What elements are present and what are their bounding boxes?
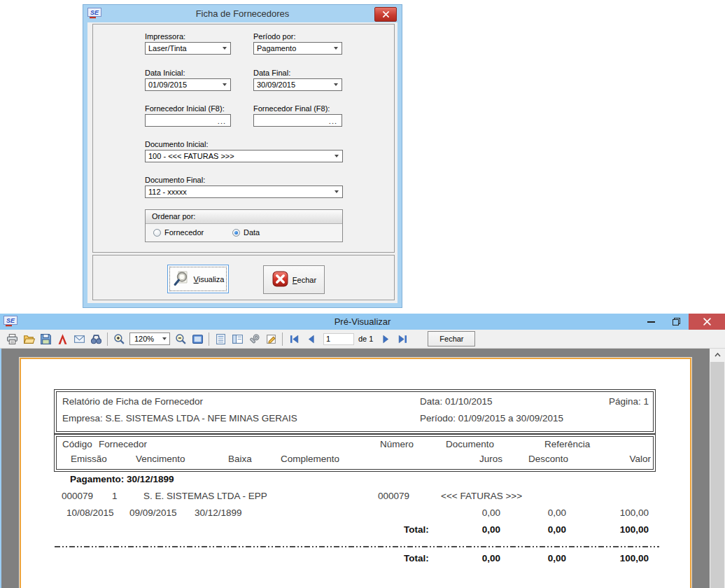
- dialog-titlebar[interactable]: SE Ficha de Fornecedores: [83, 5, 402, 22]
- fit-width-icon[interactable]: [189, 331, 206, 346]
- print-icon[interactable]: [3, 331, 20, 346]
- group-total-label: Total:: [404, 524, 429, 535]
- col-baixa: Baixa: [228, 454, 252, 464]
- radio-data-label: Data: [244, 228, 260, 237]
- group-total-desconto: 0,00: [496, 524, 566, 535]
- zoom-level-select[interactable]: 120%: [129, 332, 170, 345]
- ordenar-por-group: Ordenar por: Fornecedor Data: [145, 209, 343, 242]
- zoom-level-value: 120%: [134, 335, 154, 343]
- scrollbar-thumb[interactable]: [710, 362, 724, 588]
- fechar-button[interactable]: Fechar: [263, 265, 325, 294]
- visualiza-label: Visualiza: [194, 275, 225, 284]
- page-view-icon[interactable]: [212, 331, 229, 346]
- dashed-divider: [55, 546, 659, 547]
- chevron-down-icon: [223, 47, 227, 50]
- group-total-valor: 100,00: [565, 524, 649, 535]
- save-icon[interactable]: [37, 331, 54, 346]
- open-icon[interactable]: [20, 331, 37, 346]
- row-fornecedor: S. E. SISTEMAS LTDA - EPP: [143, 491, 267, 501]
- radio-data[interactable]: Data: [232, 228, 260, 237]
- first-page-icon[interactable]: [286, 331, 302, 346]
- report-columns-box: Código Fornecedor Número Documento Refer…: [56, 436, 654, 470]
- data-inicial-label: Data Inicial:: [145, 69, 185, 77]
- radio-selected-icon[interactable]: [232, 229, 240, 237]
- col-complemento: Complemento: [281, 454, 339, 464]
- documento-final-select[interactable]: 112 - xxxxx: [145, 186, 343, 198]
- row-vencimento: 09/09/2015: [129, 507, 177, 518]
- documento-inicial-label: Documento Inicial:: [145, 140, 209, 148]
- pre-visualizar-window: SE Pré-Visualizar 120%: [0, 314, 725, 588]
- preview-titlebar[interactable]: SE Pré-Visualizar: [0, 314, 725, 330]
- grand-total-juros: 0,00: [430, 553, 500, 564]
- chevron-down-icon: [223, 83, 227, 86]
- documento-inicial-value: 100 - <<< FATURAS >>>: [148, 152, 234, 160]
- col-valor: Valor: [567, 454, 651, 464]
- dialog-close-button[interactable]: [374, 7, 397, 22]
- restore-button[interactable]: [663, 314, 689, 330]
- radio-fornecedor[interactable]: Fornecedor: [153, 228, 204, 237]
- data-inicial-value: 01/09/2015: [148, 80, 187, 89]
- report-page: Relatório de Ficha de Fornecedor Data: 0…: [20, 358, 691, 588]
- pdf-icon[interactable]: [54, 331, 71, 346]
- chevron-down-icon: [334, 47, 338, 50]
- chevron-down-icon: [162, 337, 167, 340]
- svg-text:SE: SE: [6, 317, 15, 324]
- thumbnails-icon[interactable]: [229, 331, 246, 346]
- chevron-down-icon: [335, 190, 339, 193]
- fornecedor-inicial-label: Fornecedor Inicial (F8):: [145, 104, 225, 113]
- data-final-select[interactable]: 30/09/2015: [253, 78, 342, 91]
- minimize-button[interactable]: [638, 314, 663, 330]
- report-date: Data: 01/10/2015: [420, 396, 493, 407]
- radio-fornecedor-label: Fornecedor: [164, 228, 204, 237]
- app-logo-icon: SE: [87, 8, 101, 19]
- edit-icon[interactable]: [262, 331, 279, 346]
- svg-text:SE: SE: [90, 9, 99, 16]
- dialog-body: Impressora: Laser/Tinta Período por: Pag…: [87, 22, 397, 303]
- vertical-scrollbar[interactable]: [710, 349, 725, 588]
- impressora-label: Impressora:: [145, 32, 185, 41]
- browse-ellipsis-button[interactable]: ...: [218, 115, 226, 127]
- next-page-icon[interactable]: [377, 331, 394, 346]
- toolbar-separator: [209, 332, 209, 346]
- visualiza-button[interactable]: Visualiza: [167, 265, 229, 293]
- impressora-select[interactable]: Laser/Tinta: [145, 42, 231, 55]
- print-setup-icon[interactable]: [246, 331, 262, 346]
- row-juros: 0,00: [430, 507, 500, 518]
- fornecedor-final-field[interactable]: ...: [253, 114, 342, 127]
- scroll-up-icon[interactable]: [710, 349, 725, 361]
- preview-fechar-button[interactable]: Fechar: [428, 331, 475, 346]
- zoom-out-icon[interactable]: [172, 331, 189, 346]
- periodo-por-select[interactable]: Pagamento: [253, 42, 342, 55]
- row-numero: 000079: [378, 491, 409, 501]
- last-page-icon[interactable]: [394, 331, 411, 346]
- window-close-button[interactable]: [689, 314, 725, 330]
- row-emissao: 10/08/2015: [66, 507, 114, 518]
- zoom-in-icon[interactable]: [111, 331, 127, 346]
- report-company: Empresa: S.E. SISTEMAS LTDA - NFE MINAS …: [62, 413, 297, 424]
- find-icon[interactable]: [87, 331, 104, 346]
- col-documento: Documento: [446, 439, 494, 449]
- toolbar-separator: [107, 332, 108, 346]
- page-number-input[interactable]: [323, 333, 354, 345]
- actions-panel: Visualiza Fechar: [92, 255, 395, 300]
- row-desconto: 0,00: [496, 507, 566, 518]
- data-final-label: Data Final:: [253, 69, 290, 77]
- magnifier-icon: [172, 270, 190, 289]
- radio-icon[interactable]: [153, 229, 161, 237]
- toolbar-separator: [282, 332, 283, 346]
- documento-inicial-select[interactable]: 100 - <<< FATURAS >>>: [145, 150, 343, 162]
- preview-fechar-label: Fechar: [439, 335, 463, 343]
- fornecedor-inicial-field[interactable]: ...: [145, 114, 231, 127]
- col-referencia: Referência: [544, 439, 590, 449]
- browse-ellipsis-button[interactable]: ...: [329, 115, 337, 127]
- app-logo-icon: SE: [3, 316, 17, 327]
- fornecedor-final-label: Fornecedor Final (F8):: [253, 104, 330, 113]
- email-icon[interactable]: [71, 331, 87, 346]
- documento-final-label: Documento Final:: [145, 176, 205, 184]
- fechar-label: Fechar: [293, 276, 316, 284]
- row-codigo: 000079: [62, 491, 93, 501]
- data-inicial-select[interactable]: 01/09/2015: [145, 78, 231, 91]
- prev-page-icon[interactable]: [302, 331, 319, 346]
- impressora-value: Laser/Tinta: [148, 44, 187, 52]
- documento-final-value: 112 - xxxxx: [148, 188, 187, 196]
